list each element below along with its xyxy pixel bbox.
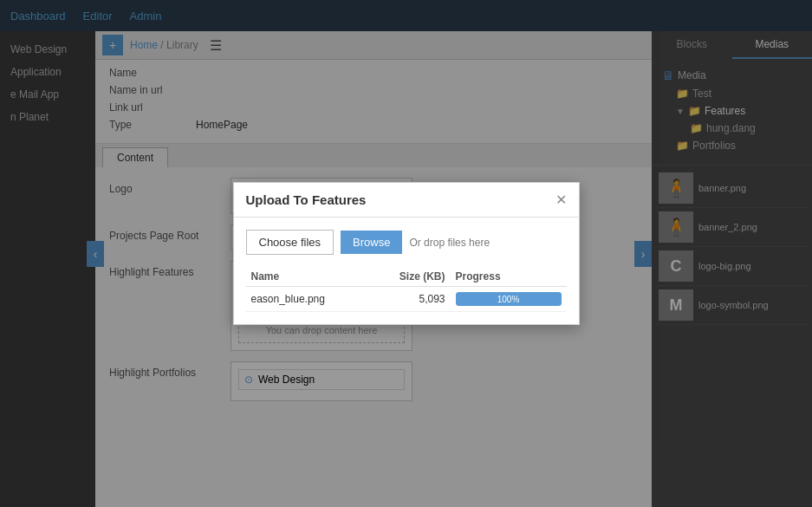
- file-progress: 100%: [451, 287, 567, 312]
- drop-hint: Or drop files here: [409, 237, 490, 249]
- col-name: Name: [246, 267, 369, 287]
- file-size: 5,093: [368, 287, 450, 312]
- modal-body: Choose files Browse Or drop files here N…: [234, 218, 579, 324]
- upload-table: Name Size (KB) Progress eason_blue.png 5…: [246, 267, 567, 312]
- progress-bar-fill: 100%: [456, 292, 562, 306]
- col-size: Size (KB): [368, 267, 450, 287]
- progress-bar-wrap: 100%: [456, 292, 562, 306]
- modal-title: Upload To Features: [246, 192, 367, 207]
- browse-button[interactable]: Browse: [341, 231, 402, 254]
- modal-close-button[interactable]: ✕: [555, 192, 567, 208]
- upload-modal: Upload To Features ✕ Choose files Browse…: [233, 182, 580, 325]
- choose-files-button[interactable]: Choose files: [246, 230, 335, 255]
- table-row: eason_blue.png 5,093 100%: [246, 287, 567, 312]
- table-header-row: Name Size (KB) Progress: [246, 267, 567, 287]
- upload-controls: Choose files Browse Or drop files here: [246, 230, 567, 255]
- file-name: eason_blue.png: [246, 287, 369, 312]
- modal-overlay: Upload To Features ✕ Choose files Browse…: [0, 0, 812, 507]
- modal-header: Upload To Features ✕: [234, 183, 579, 218]
- col-progress: Progress: [451, 267, 567, 287]
